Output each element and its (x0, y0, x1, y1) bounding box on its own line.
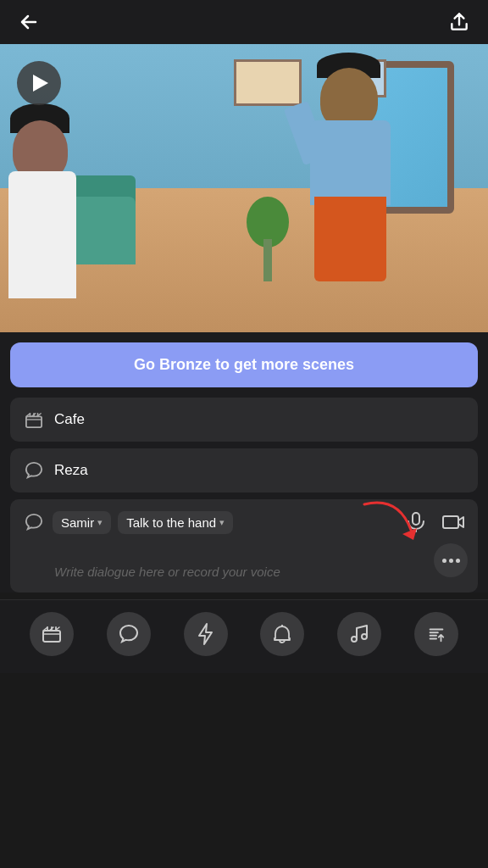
red-arrow-decoration (356, 496, 424, 547)
svg-rect-4 (43, 631, 60, 642)
character-right (302, 86, 403, 281)
dialogue-placeholder-text: Write dialogue here or record your voice (54, 563, 425, 581)
upgrade-banner-button[interactable]: Go Bronze to get more scenes (10, 342, 478, 387)
top-nav-bar (0, 0, 488, 44)
nav-scene-button[interactable] (30, 612, 74, 656)
character-dropdown-value: Samir (61, 515, 94, 530)
character-dropdown-arrow: ▾ (97, 517, 103, 528)
svg-point-5 (352, 637, 357, 642)
play-icon (33, 75, 48, 92)
more-options-button[interactable] (434, 543, 468, 577)
svg-rect-2 (443, 516, 458, 528)
action-dropdown-value: Talk to the hand (126, 515, 216, 530)
dialogue-speech-icon (22, 510, 46, 534)
dialogue-row: Samir ▾ Talk to the hand ▾ (10, 499, 478, 593)
upgrade-banner-text: Go Bronze to get more scenes (134, 356, 354, 373)
text-icon (427, 624, 446, 644)
nav-music-button[interactable] (337, 612, 381, 656)
bottom-navigation (0, 599, 488, 673)
action-dropdown[interactable]: Talk to the hand ▾ (118, 511, 233, 534)
clapperboard-nav-icon (42, 625, 62, 643)
play-button[interactable] (17, 61, 61, 105)
back-button[interactable] (14, 7, 44, 37)
camera-button[interactable] (439, 508, 468, 537)
action-dropdown-arrow: ▾ (219, 517, 225, 528)
character-selector-row[interactable]: Reza (10, 448, 478, 492)
clapperboard-icon (22, 408, 46, 431)
nav-sound-button[interactable] (260, 612, 304, 656)
character-dropdown[interactable]: Samir ▾ (53, 511, 111, 534)
character-left (0, 112, 102, 298)
bottom-panel: Go Bronze to get more scenes Cafe Reza (0, 332, 488, 593)
video-preview (0, 44, 488, 332)
music-icon (350, 624, 369, 644)
scene-selector-row[interactable]: Cafe (10, 398, 478, 442)
nav-text-button[interactable] (414, 612, 458, 656)
scene-label: Cafe (54, 411, 85, 428)
svg-point-6 (362, 634, 367, 639)
character-label: Reza (54, 462, 88, 479)
lightning-icon (198, 623, 214, 645)
bell-icon (273, 624, 291, 644)
character-speech-icon (22, 459, 46, 482)
nav-dialogue-button[interactable] (107, 612, 151, 656)
speech-nav-icon (119, 624, 139, 644)
nav-action-button[interactable] (184, 612, 228, 656)
share-button[interactable] (444, 7, 474, 37)
more-options-icon (442, 559, 460, 563)
svg-rect-0 (26, 416, 42, 427)
